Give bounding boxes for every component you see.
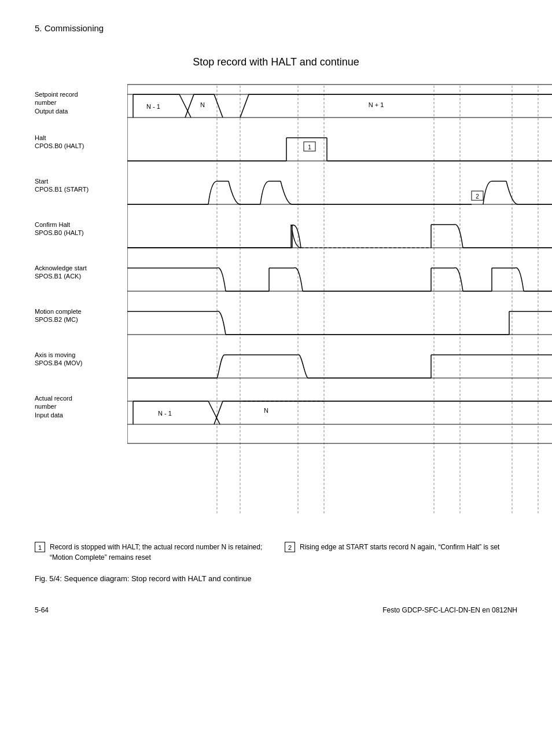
row8-nm1-label: N - 1: [158, 410, 172, 417]
footnote-1-number: 1: [35, 542, 45, 552]
footnote-2: 2 Rising edge at START starts record N a…: [285, 542, 517, 563]
annotation-2-text: 2: [476, 193, 479, 200]
timing-diagram: 1 0 N - 1 N N + 1: [127, 80, 552, 531]
label-mc: Motion complete SPOS.B2 (MC): [35, 307, 122, 324]
row1-n-label: N: [200, 101, 205, 108]
page-number: 5-64: [35, 606, 49, 614]
svg-line-16: [214, 94, 223, 118]
label-start: Start CPOS.B1 (START): [35, 177, 122, 194]
label-setpoint: Setpoint record number Output data: [35, 90, 122, 115]
row1-nm1-label: N - 1: [146, 103, 160, 110]
row1-np1-label: N + 1: [369, 101, 384, 108]
footnote-2-text: Rising edge at START starts record N aga…: [300, 542, 499, 563]
label-actual-record: Actual record number Input data: [35, 394, 122, 419]
doc-reference: Festo GDCP-SFC-LACI-DN-EN en 0812NH: [382, 606, 517, 614]
footnote-1: 1 Record is stopped with HALT; the actua…: [35, 542, 267, 563]
svg-line-17: [240, 94, 249, 118]
svg-rect-73: [127, 85, 552, 443]
footnote-1-text: Record is stopped with HALT; the actual …: [50, 542, 267, 563]
label-confirm-halt: Confirm Halt SPOS.B0 (HALT): [35, 221, 122, 237]
row8-n-label: N: [264, 407, 268, 414]
label-mov: Axis is moving SPOS.B4 (MOV): [35, 351, 122, 368]
section-title: 5. Commissioning: [35, 23, 517, 33]
footnote-2-number: 2: [285, 542, 295, 552]
label-ack: Acknowledge start SPOS.B1 (ACK): [35, 264, 122, 281]
chart-title: Stop record with HALT and continue: [35, 56, 517, 68]
annotation-1-text: 1: [308, 144, 311, 151]
label-halt: Halt CPOS.B0 (HALT): [35, 134, 122, 151]
fig-caption: Fig. 5/4: Sequence diagram: Stop record …: [35, 574, 517, 583]
